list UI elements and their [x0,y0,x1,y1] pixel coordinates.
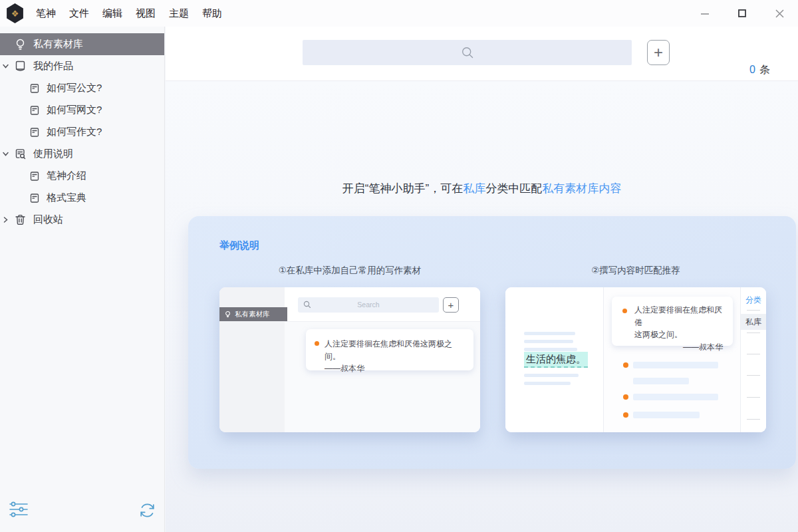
search-input[interactable] [303,40,632,65]
sidebar-item-my-works[interactable]: 我的作品 [0,55,164,77]
sidebar-item-private-library[interactable]: 私有素材库 [0,33,164,55]
menu-bar: 笔神 文件 编辑 视图 主题 帮助 [29,0,229,27]
divider [747,419,760,420]
sidebar-item-recycle-bin[interactable]: 回收站 [0,209,164,231]
placeholder-line [524,332,575,335]
sidebar-item-doc-official[interactable]: 如何写公文? [0,77,164,99]
content-area: 开启“笔神小助手”，可在私库分类中匹配私有素材库内容 举例说明 ①在私库中添加自… [166,81,798,532]
demo-tab-private: 私库 [741,314,766,330]
example-caption-1: ①在私库中添加自己常用的写作素材 [219,265,480,277]
placeholder-line [633,378,689,384]
bullet-icon [623,412,628,418]
document-search-icon [14,148,27,160]
promo-link-library: 私有素材库内容 [542,182,621,195]
example-caption-2: ②撰写内容时匹配推荐 [505,265,766,277]
bullet-icon [315,341,319,346]
divider [747,354,760,354]
sidebar-item-label: 如何写作文? [47,126,102,138]
sidebar-item-label: 如何写网文? [47,104,102,116]
quote-attribution: ——叔本华 [634,341,725,354]
demo-tab-column: 分类 私库 [741,287,766,432]
placeholder-line [524,382,571,385]
sidebar-item-doc-intro[interactable]: 笔神介绍 [0,165,164,187]
document-icon [29,193,40,203]
refresh-icon[interactable] [138,501,156,519]
demo-editor-area: 生活的焦虑。 [505,287,603,432]
sidebar-item-label: 笔神介绍 [47,170,86,182]
filter-sliders-icon[interactable] [9,499,29,519]
count-unit: 条 [759,64,770,75]
placeholder-line [524,348,577,351]
window-controls [686,0,798,27]
trash-icon [14,213,27,226]
sidebar-item-doc-format[interactable]: 格式宝典 [0,187,164,209]
placeholder-line [524,340,573,343]
chevron-right-icon[interactable] [2,216,9,223]
demo-match-panel: 生活的焦虑。 人注定要徘徊在焦虑和厌倦 这两极之间。 ——叔本华 分类 [505,287,766,432]
divider [747,375,760,376]
close-button[interactable] [761,0,798,27]
chevron-down-icon[interactable] [2,63,9,70]
demo-highlighted-text: 生活的焦虑。 [524,352,588,368]
document-icon [29,127,40,138]
sidebar-item-label: 格式宝典 [47,192,86,204]
menu-view[interactable]: 视图 [129,0,162,27]
minimize-button[interactable] [686,0,724,27]
quote-text: 人注定要徘徊在焦虑和厌倦这两极之间。 [325,338,466,362]
example-card: 举例说明 ①在私库中添加自己常用的写作素材 ②撰写内容时匹配推荐 Search … [188,216,796,469]
quote-text: 这两极之间。 [634,329,725,341]
document-icon [29,105,40,116]
sidebar-item-label: 使用说明 [33,148,73,160]
menu-edit[interactable]: 编辑 [96,0,129,27]
app-logo-icon: ❖ [6,3,24,23]
example-title: 举例说明 [219,239,259,252]
promo-segment: 开启“笔神小助手”，可在 [342,182,463,195]
demo-quote-card: 人注定要徘徊在焦虑和厌倦这两极之间。 ——叔本华 [306,329,473,370]
book-icon [14,60,27,72]
placeholder-line [524,374,579,377]
menu-theme[interactable]: 主题 [162,0,196,27]
sidebar-item-label: 回收站 [33,213,63,226]
demo-search-placeholder: Search [298,297,439,313]
bullet-icon [623,362,628,368]
quote-attribution: ——叔本华 [325,362,466,375]
placeholder-line [633,362,718,368]
promo-segment: 分类中匹配 [485,182,542,195]
sidebar-item-doc-web[interactable]: 如何写网文? [0,99,164,121]
menu-help[interactable]: 帮助 [196,0,229,27]
main-header: + 0条 [166,27,798,81]
plus-icon: + [654,45,663,61]
count-value: 0 [749,64,755,75]
lightbulb-icon [224,311,231,318]
demo-sidebar-selected-item: 私有素材库 [219,307,287,321]
promo-link-private: 私库 [463,182,485,195]
lightbulb-icon [14,38,27,51]
bullet-icon [622,309,627,313]
plus-icon: + [448,299,454,311]
bullet-icon [623,394,628,400]
placeholder-line [633,394,718,400]
document-icon [29,171,40,182]
add-material-button[interactable]: + [647,40,670,65]
sidebar-item-label: 私有素材库 [33,38,83,51]
demo-search-input: Search [298,297,439,313]
quote-text: 人注定要徘徊在焦虑和厌倦 [634,304,725,329]
divider [747,397,760,398]
chevron-down-icon[interactable] [2,150,9,158]
demo-match-quote-card: 人注定要徘徊在焦虑和厌倦 这两极之间。 ——叔本华 [612,297,733,346]
divider [747,310,760,311]
titlebar: ❖ 笔神 文件 编辑 视图 主题 帮助 [0,0,798,27]
sidebar-item-user-guide[interactable]: 使用说明 [0,143,164,165]
demo-sidebar-label: 私有素材库 [235,310,270,319]
demo-topbar: Search + [285,287,480,322]
menu-app[interactable]: 笔神 [29,0,63,27]
maximize-button[interactable] [724,0,761,27]
promo-text: 开启“笔神小助手”，可在私库分类中匹配私有素材库内容 [166,181,798,196]
document-icon [29,83,40,94]
material-count: 0条 [749,63,770,77]
menu-file[interactable]: 文件 [63,0,96,27]
sidebar-footer [0,495,164,532]
divider [747,332,760,333]
sidebar: 私有素材库 我的作品 如何写公文? 如何写网文? [0,27,165,532]
sidebar-item-doc-essay[interactable]: 如何写作文? [0,121,164,143]
